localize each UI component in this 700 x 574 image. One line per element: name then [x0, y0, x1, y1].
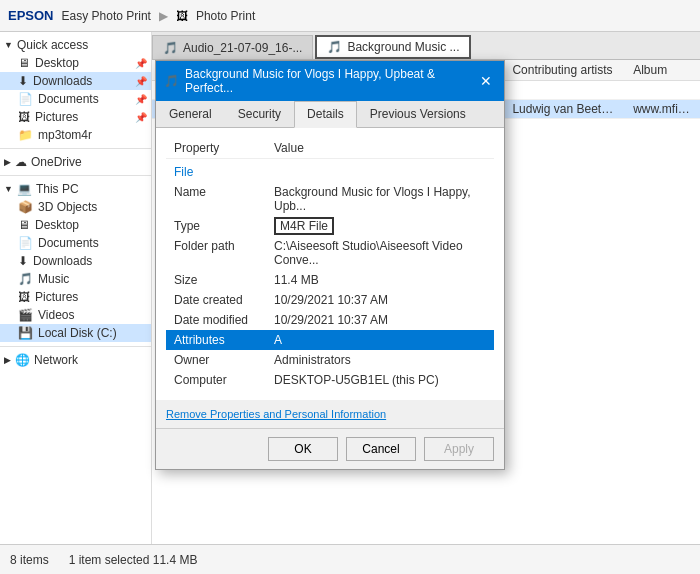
- prop-type: Type: [166, 216, 266, 236]
- prop-value-datemodified: 10/29/2021 10:37 AM: [266, 310, 494, 330]
- sidebar-item-downloads[interactable]: ⬇ Downloads 📌: [0, 72, 151, 90]
- dialog-tab-general[interactable]: General: [156, 101, 225, 127]
- chevron-icon: ▼: [4, 184, 13, 194]
- sidebar-item-pictures[interactable]: 🖼 Pictures 📌: [0, 108, 151, 126]
- prop-value-datecreated: 10/29/2021 10:37 AM: [266, 290, 494, 310]
- sidebar-item-mp3tom4r[interactable]: 📁 mp3tom4r: [0, 126, 151, 144]
- prop-computer: Computer: [166, 370, 266, 390]
- sidebar-quick-access-label: Quick access: [17, 38, 88, 52]
- onedrive-icon: ☁: [15, 155, 27, 169]
- col-property-header: Property: [166, 138, 266, 159]
- sidebar-divider2: [0, 175, 151, 176]
- app-bar: EPSON Easy Photo Print ▶ 🖼 Photo Print: [0, 0, 700, 32]
- chevron-icon: ▶: [4, 157, 11, 167]
- prop-value-owner: Administrators: [266, 350, 494, 370]
- sidebar-quick-access-header[interactable]: ▼ Quick access: [0, 36, 151, 54]
- folder-icon: 📁: [18, 128, 33, 142]
- app-brand: EPSON: [8, 8, 54, 23]
- sidebar-item-music[interactable]: 🎵 Music: [0, 270, 151, 288]
- col-value-header: Value: [266, 138, 494, 159]
- sidebar-item-desktop2[interactable]: 🖥 Desktop: [0, 216, 151, 234]
- sidebar-item-pictures2[interactable]: 🖼 Pictures: [0, 288, 151, 306]
- app-name: Easy Photo Print: [62, 9, 151, 23]
- prop-value-size: 11.4 MB: [266, 270, 494, 290]
- sidebar-thispc-label: This PC: [36, 182, 79, 196]
- sidebar-item-label: Desktop: [35, 218, 79, 232]
- ok-button[interactable]: OK: [268, 437, 338, 461]
- props-row-size: Size 11.4 MB: [166, 270, 494, 290]
- sidebar-onedrive-label: OneDrive: [31, 155, 82, 169]
- sidebar-item-downloads2[interactable]: ⬇ Downloads: [0, 252, 151, 270]
- prop-folderpath: Folder path: [166, 236, 266, 270]
- dialog-close-button[interactable]: ✕: [477, 71, 496, 91]
- downloads-icon: ⬇: [18, 74, 28, 88]
- pin-icon: 📌: [135, 94, 147, 105]
- tab-background-music[interactable]: 🎵 Background Music ...: [315, 35, 471, 59]
- sidebar-item-documents2[interactable]: 📄 Documents: [0, 234, 151, 252]
- sidebar-item-videos[interactable]: 🎬 Videos: [0, 306, 151, 324]
- window-icon: 🖼: [176, 9, 188, 23]
- sidebar-item-label: Downloads: [33, 74, 92, 88]
- pin-icon: 📌: [135, 112, 147, 123]
- dialog-title-icon: 🎵: [164, 74, 179, 88]
- properties-dialog: 🎵 Background Music for Vlogs I Happy, Up…: [155, 60, 505, 470]
- sidebar-divider3: [0, 346, 151, 347]
- selected-info: 1 item selected 11.4 MB: [69, 553, 198, 567]
- dialog-body: Property Value File Name Background Musi…: [156, 128, 504, 400]
- col-header-artist[interactable]: Contributing artists: [504, 63, 625, 77]
- pin-icon: 📌: [135, 76, 147, 87]
- cancel-button[interactable]: Cancel: [346, 437, 416, 461]
- sidebar-onedrive-header[interactable]: ▶ ☁ OneDrive: [0, 153, 151, 171]
- props-row-type: Type M4R File: [166, 216, 494, 236]
- tab-audio-file[interactable]: 🎵 Audio_21-07-09_16-...: [152, 35, 313, 59]
- sidebar-item-documents[interactable]: 📄 Documents 📌: [0, 90, 151, 108]
- type-value-highlighted: M4R File: [274, 217, 334, 235]
- dialog-tabs: General Security Details Previous Versio…: [156, 101, 504, 128]
- apply-button[interactable]: Apply: [424, 437, 494, 461]
- props-row-name: Name Background Music for Vlogs I Happy,…: [166, 182, 494, 216]
- pictures-icon: 🖼: [18, 110, 30, 124]
- prop-size: Size: [166, 270, 266, 290]
- prop-attributes: Attributes: [166, 330, 266, 350]
- chevron-right-icon: ▼: [4, 40, 13, 50]
- sidebar-item-desktop[interactable]: 🖥 Desktop 📌: [0, 54, 151, 72]
- props-row-attributes: Attributes A: [166, 330, 494, 350]
- file-tabs: 🎵 Audio_21-07-09_16-... 🎵 Background Mus…: [152, 32, 700, 60]
- prop-datecreated: Date created: [166, 290, 266, 310]
- sidebar-network-label: Network: [34, 353, 78, 367]
- dialog-tab-previous[interactable]: Previous Versions: [357, 101, 479, 127]
- sidebar-network-header[interactable]: ▶ 🌐 Network: [0, 351, 151, 369]
- sidebar-thispc-header[interactable]: ▼ 💻 This PC: [0, 180, 151, 198]
- network-icon: 🌐: [15, 353, 30, 367]
- sidebar-item-localdisk[interactable]: 💾 Local Disk (C:): [0, 324, 151, 342]
- sidebar: ▼ Quick access 🖥 Desktop 📌 ⬇ Downloads 📌…: [0, 32, 152, 544]
- audio-tab-icon: 🎵: [163, 41, 178, 55]
- prop-value-attributes: A: [266, 330, 494, 350]
- status-bar: 8 items 1 item selected 11.4 MB: [0, 544, 700, 574]
- videos-icon: 🎬: [18, 308, 33, 322]
- sidebar-item-label: 3D Objects: [38, 200, 97, 214]
- col-header-album[interactable]: Album: [625, 63, 700, 77]
- sidebar-divider: [0, 148, 151, 149]
- dialog-footer-link: Remove Properties and Personal Informati…: [156, 400, 504, 428]
- pc-icon: 💻: [17, 182, 32, 196]
- dialog-tab-security[interactable]: Security: [225, 101, 294, 127]
- prop-value-type: M4R File: [266, 216, 494, 236]
- file-artist-cell: Ludwig van Beeth...: [504, 102, 625, 116]
- props-section-file: File: [166, 159, 494, 183]
- pin-icon: 📌: [135, 58, 147, 69]
- sidebar-item-label: Documents: [38, 92, 99, 106]
- remove-properties-link[interactable]: Remove Properties and Personal Informati…: [166, 408, 386, 420]
- prop-datemodified: Date modified: [166, 310, 266, 330]
- music-tab-icon: 🎵: [327, 40, 342, 54]
- sidebar-item-label: Pictures: [35, 110, 78, 124]
- section-label: File: [166, 159, 494, 183]
- props-row-datemodified: Date modified 10/29/2021 10:37 AM: [166, 310, 494, 330]
- sidebar-item-3dobjects[interactable]: 📦 3D Objects: [0, 198, 151, 216]
- sidebar-item-label: mp3tom4r: [38, 128, 92, 142]
- prop-value-computer: DESKTOP-U5GB1EL (this PC): [266, 370, 494, 390]
- downloads-icon: ⬇: [18, 254, 28, 268]
- dialog-title: Background Music for Vlogs I Happy, Upbe…: [185, 67, 477, 95]
- dialog-tab-details[interactable]: Details: [294, 101, 357, 128]
- documents-icon: 📄: [18, 236, 33, 250]
